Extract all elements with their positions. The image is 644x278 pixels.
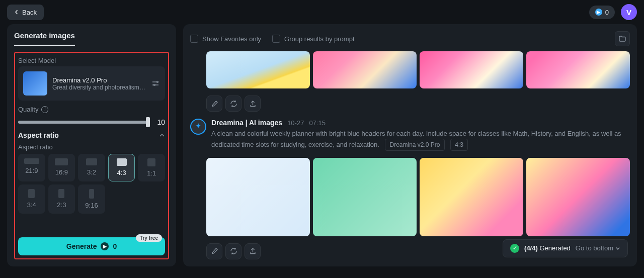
ratio-1-1[interactable]: 1:1 [138, 154, 165, 181]
ratio-2-3[interactable]: 2:3 [48, 184, 75, 214]
coin-icon: ▶ [101, 242, 109, 250]
ratio-shape-icon [147, 158, 155, 166]
credits-pill[interactable]: ▶ 0 [589, 6, 615, 19]
show-favorites-label: Show Favorites only [202, 35, 261, 43]
upload-icon [249, 247, 257, 255]
model-card[interactable]: Dreamina v2.0 Pro Great diversity and ph… [18, 66, 165, 101]
check-icon: ✓ [510, 244, 519, 253]
chevron-left-icon [14, 10, 19, 15]
ratio-shape-icon [117, 158, 127, 166]
chevron-down-icon [615, 246, 620, 251]
aspect-ratio-title: Aspect ratio [18, 131, 59, 139]
prompt-time: 07:15 [309, 119, 326, 127]
checkbox-icon [272, 35, 280, 43]
regenerate-button[interactable] [225, 96, 242, 112]
ratio-shape-icon [86, 158, 97, 165]
upload-icon [249, 100, 257, 108]
sidebar-title: Generate images [14, 31, 75, 46]
folder-button[interactable] [615, 31, 630, 46]
svg-point-0 [157, 81, 158, 83]
share-button[interactable] [245, 96, 261, 112]
quality-slider[interactable] [18, 121, 148, 124]
ratio-tag: 4:3 [450, 139, 468, 151]
refresh-icon [230, 100, 237, 108]
edit-button[interactable] [206, 96, 222, 112]
checkbox-icon [190, 35, 198, 43]
result-thumbnail[interactable] [313, 158, 417, 236]
quality-label: Quality [18, 106, 38, 113]
avatar[interactable]: V [621, 4, 637, 20]
aspect-ratio-sub: Aspect ratio [18, 143, 165, 151]
status-bar: ✓ (4/4) Generated Go to bottom [503, 239, 628, 257]
group-by-prompt-checkbox[interactable]: Group results by prompt [272, 35, 354, 43]
prompt-block: Dreamina | AI images 10-27 07:15 A clean… [190, 119, 630, 151]
show-favorites-checkbox[interactable]: Show Favorites only [190, 35, 261, 43]
ratio-shape-icon [28, 189, 35, 198]
prompt-avatar [190, 119, 206, 135]
edit-button[interactable] [206, 243, 222, 259]
share-button[interactable] [245, 243, 261, 259]
ratio-9-16[interactable]: 9:16 [78, 184, 105, 214]
ratio-shape-icon [89, 189, 94, 199]
result-thumbnail[interactable] [420, 158, 523, 236]
back-button[interactable]: Back [7, 5, 44, 20]
model-name: Dreamina v2.0 Pro [52, 76, 146, 84]
settings-icon[interactable] [151, 79, 160, 88]
ratio-shape-icon [24, 158, 39, 164]
pencil-icon [211, 100, 218, 108]
go-to-bottom-button[interactable]: Go to bottom [576, 244, 620, 252]
ratio-16-9[interactable]: 16:9 [48, 154, 75, 181]
model-thumbnail [23, 71, 47, 96]
result-thumbnail[interactable] [206, 51, 310, 88]
ratio-shape-icon [55, 158, 68, 165]
pencil-icon [211, 247, 218, 255]
result-thumbnail[interactable] [313, 51, 417, 88]
ratio-4-3[interactable]: 4:3 [108, 154, 135, 181]
prompt-text: A clean and colorful weekly planner with… [211, 129, 630, 151]
result-thumbnail[interactable] [206, 158, 310, 236]
result-thumbnail[interactable] [526, 51, 630, 88]
status-label: Generated [539, 244, 570, 252]
status-count: (4/4) [524, 244, 538, 252]
folder-icon [618, 35, 626, 43]
select-model-label: Select Model [18, 57, 165, 64]
chevron-up-icon [159, 132, 165, 138]
ratio-3-2[interactable]: 3:2 [78, 154, 105, 181]
generate-cost: 0 [113, 242, 117, 250]
generate-button[interactable]: Try free Generate ▶ 0 [18, 237, 165, 255]
quality-value: 10 [155, 118, 165, 126]
info-icon[interactable]: i [41, 106, 48, 113]
avatar-initial: V [626, 8, 631, 17]
group-prompt-label: Group results by prompt [284, 35, 354, 43]
generate-label: Generate [66, 242, 97, 250]
result-row [190, 51, 630, 88]
model-desc: Great diversity and photorealism. Of... [52, 84, 146, 91]
result-thumbnail[interactable] [420, 51, 523, 88]
ratio-shape-icon [58, 189, 64, 198]
ratio-3-4[interactable]: 3:4 [18, 184, 45, 214]
coin-icon: ▶ [595, 9, 602, 16]
ratio-21-9[interactable]: 21:9 [18, 154, 45, 181]
credits-value: 0 [605, 9, 609, 16]
sparkle-icon [194, 122, 203, 131]
refresh-icon [230, 247, 237, 255]
regenerate-button[interactable] [225, 243, 242, 259]
model-tag: Dreamina v2.0 Pro [385, 139, 444, 151]
back-label: Back [22, 9, 37, 16]
svg-point-1 [154, 84, 155, 86]
result-thumbnail[interactable] [526, 158, 630, 236]
result-row [190, 158, 630, 236]
aspect-ratio-header[interactable]: Aspect ratio [18, 131, 165, 139]
try-free-badge: Try free [136, 234, 162, 242]
content-panel: Show Favorites only Group results by pro… [183, 24, 637, 266]
prompt-date: 10-27 [287, 119, 304, 127]
prompt-author: Dreamina | AI images [211, 119, 282, 127]
sidebar: Generate images Select Model Dreamina v2… [7, 24, 176, 266]
